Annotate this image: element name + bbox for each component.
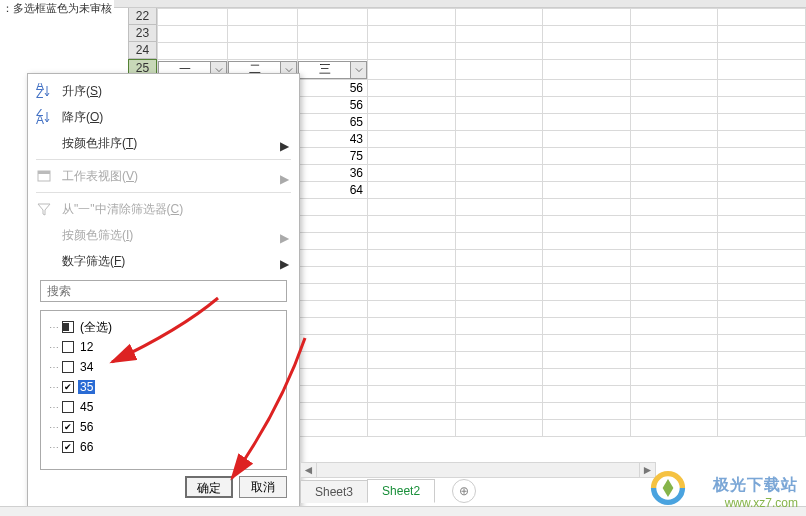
filter-item[interactable]: ⋯45	[49, 397, 278, 417]
column-label: 三	[299, 61, 350, 78]
chevron-right-icon: ▶	[280, 139, 289, 153]
sheet-view: 工作表视图(V) ▶	[28, 163, 299, 189]
sort-desc-icon: ZA	[36, 109, 52, 125]
status-bar	[0, 506, 806, 516]
clear-filter-icon	[36, 201, 52, 217]
sort-by-color[interactable]: 按颜色排序(T) ▶	[28, 130, 299, 156]
filter-item-selected[interactable]: ⋯35	[49, 377, 278, 397]
add-sheet-button[interactable]: ⊕	[452, 479, 476, 503]
checkbox-icon[interactable]	[62, 341, 74, 353]
chevron-right-icon: ▶	[280, 257, 289, 271]
cell[interactable]: 56	[298, 97, 368, 114]
watermark: 极光下载站 www.xz7.com	[713, 475, 798, 510]
cell[interactable]: 56	[298, 80, 368, 97]
sort-ascending[interactable]: AZ 升序(S)	[28, 78, 299, 104]
top-note: ：多选框蓝色为未审核	[0, 0, 114, 17]
sheet-view-icon	[36, 168, 52, 184]
ok-button[interactable]: 确定	[185, 476, 233, 498]
menu-label: 工作表视图(V)	[62, 168, 138, 185]
number-filters[interactable]: 数字筛选(F) ▶	[28, 248, 299, 274]
item-label: (全选)	[78, 319, 114, 336]
checkbox-icon[interactable]	[62, 361, 74, 373]
menu-label: 按颜色排序(T)	[62, 135, 137, 152]
watermark-logo-icon	[650, 470, 686, 506]
tab-sheet3[interactable]: Sheet3	[300, 480, 368, 503]
chevron-right-icon: ▶	[280, 231, 289, 245]
checkbox-icon[interactable]	[62, 401, 74, 413]
checkbox-checked-icon[interactable]	[62, 421, 74, 433]
filter-by-color: 按颜色筛选(I) ▶	[28, 222, 299, 248]
menu-label: 升序(S)	[62, 83, 102, 100]
cancel-button[interactable]: 取消	[239, 476, 287, 498]
checkbox-checked-icon[interactable]	[62, 381, 74, 393]
item-label: 56	[78, 420, 95, 434]
row-header[interactable]: 23	[128, 25, 157, 42]
svg-text:A: A	[36, 113, 44, 125]
filter-item[interactable]: ⋯12	[49, 337, 278, 357]
cell[interactable]: 64	[298, 182, 368, 199]
filter-values-tree[interactable]: ⋯ (全选) ⋯12 ⋯34 ⋯35 ⋯45 ⋯56 ⋯66	[40, 310, 287, 470]
item-label: 12	[78, 340, 95, 354]
search-input[interactable]	[40, 280, 287, 302]
filter-menu: AZ 升序(S) ZA 降序(O) 按颜色排序(T) ▶ 工作表视图(V) ▶ …	[27, 73, 300, 509]
sort-descending[interactable]: ZA 降序(O)	[28, 104, 299, 130]
svg-rect-5	[38, 171, 50, 174]
menu-label: 从"一"中清除筛选器(C)	[62, 201, 183, 218]
item-label: 66	[78, 440, 95, 454]
checkbox-checked-icon[interactable]	[62, 441, 74, 453]
svg-text:Z: Z	[36, 87, 43, 99]
filter-item[interactable]: ⋯66	[49, 437, 278, 457]
cell[interactable]: 36	[298, 165, 368, 182]
checkbox-indeterminate-icon[interactable]	[62, 321, 74, 333]
select-all-item[interactable]: ⋯ (全选)	[49, 317, 278, 337]
sheet-tabs: Sheet3 Sheet2 ⊕	[300, 478, 476, 504]
horizontal-scrollbar[interactable]: ◄ ►	[300, 462, 656, 478]
clear-filter: 从"一"中清除筛选器(C)	[28, 196, 299, 222]
watermark-title: 极光下载站	[713, 475, 798, 496]
cell[interactable]: 43	[298, 131, 368, 148]
item-label: 34	[78, 360, 95, 374]
cell[interactable]: 65	[298, 114, 368, 131]
column-filter-3[interactable]: 三	[298, 61, 367, 79]
chevron-down-icon[interactable]	[350, 62, 366, 78]
cell[interactable]: 75	[298, 148, 368, 165]
filter-item[interactable]: ⋯34	[49, 357, 278, 377]
sort-asc-icon: AZ	[36, 83, 52, 99]
row-headers: 22 23 24 25	[128, 8, 157, 76]
tab-sheet2[interactable]: Sheet2	[367, 479, 435, 503]
scroll-left-icon[interactable]: ◄	[301, 463, 317, 477]
item-label: 45	[78, 400, 95, 414]
item-label: 35	[78, 380, 95, 394]
menu-label: 数字筛选(F)	[62, 253, 125, 270]
filter-item[interactable]: ⋯56	[49, 417, 278, 437]
menu-label: 降序(O)	[62, 109, 103, 126]
row-header[interactable]: 24	[128, 42, 157, 59]
menu-label: 按颜色筛选(I)	[62, 227, 133, 244]
row-header[interactable]: 22	[128, 8, 157, 25]
chevron-right-icon: ▶	[280, 172, 289, 186]
watermark-url: www.xz7.com	[713, 496, 798, 510]
